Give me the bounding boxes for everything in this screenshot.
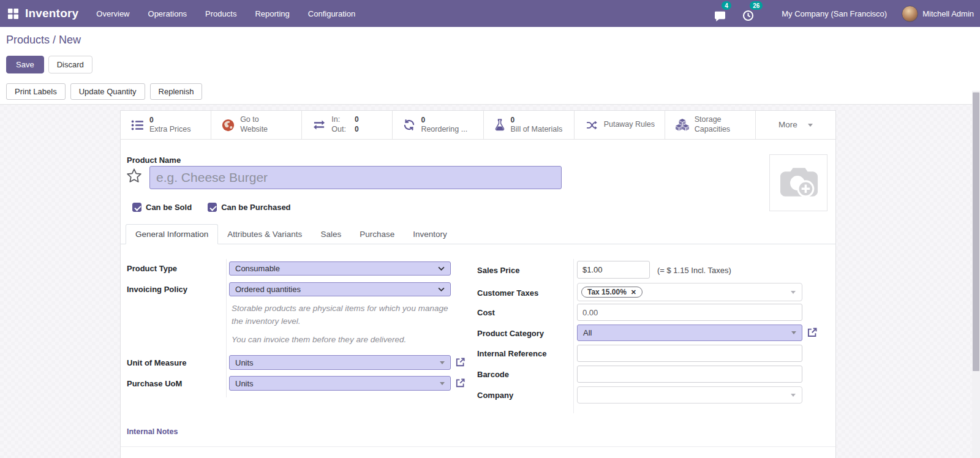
tax-tag: Tax 15.00% ✕ (581, 287, 643, 298)
chat-icon (714, 11, 726, 21)
purchase-uom-select[interactable]: Units (229, 376, 451, 391)
putaway-rules-stat-button[interactable]: Putaway Rules (575, 111, 665, 139)
product-name-input[interactable] (149, 166, 562, 189)
nav-menu-reporting[interactable]: Reporting (246, 1, 298, 27)
product-category-select[interactable]: All (577, 325, 802, 341)
exchange-arrows-icon (312, 119, 326, 130)
extra-prices-stat-button[interactable]: 0 Extra Prices (121, 111, 211, 139)
camera-plus-icon (778, 165, 820, 201)
invoicing-policy-select[interactable]: Ordered quantities (229, 282, 451, 296)
tab-attributes-variants[interactable]: Attributes & Variants (218, 225, 311, 244)
tab-sales[interactable]: Sales (311, 225, 350, 244)
sales-price-input[interactable] (577, 261, 650, 279)
nav-menu-operations[interactable]: Operations (139, 1, 197, 27)
purchase-uom-external-link-icon[interactable] (455, 378, 466, 388)
extra-prices-label: Extra Prices (149, 125, 190, 135)
more-stat-button[interactable]: More (756, 111, 835, 139)
uom-external-link-icon[interactable] (455, 357, 466, 367)
purchase-uom-value: Units (235, 379, 254, 388)
tab-general-information[interactable]: General Information (126, 224, 218, 244)
internal-reference-input[interactable] (577, 345, 802, 362)
product-type-value: Consumable (235, 264, 280, 273)
cost-label: Cost (477, 308, 495, 317)
internal-notes-label: Internal Notes (127, 427, 178, 436)
product-category-label: Product Category (477, 329, 544, 338)
cost-input[interactable] (577, 304, 802, 321)
activities-button[interactable]: 26 (742, 6, 758, 21)
avatar[interactable] (902, 6, 918, 22)
print-labels-button[interactable]: Print Labels (6, 83, 66, 100)
left-column-separator (226, 259, 227, 397)
right-column-separator (573, 259, 574, 413)
can-be-purchased-label: Can be Purchased (221, 203, 290, 212)
chevron-down-icon (808, 124, 813, 127)
reordering-count: 0 (421, 116, 467, 125)
apps-menu-icon[interactable] (0, 8, 25, 20)
in-value: 0 (355, 115, 359, 125)
app-name[interactable]: Inventory (25, 7, 78, 20)
pricelist-icon (131, 119, 144, 131)
breadcrumb: Products / New (6, 34, 81, 47)
update-quantity-button[interactable]: Update Quantity (70, 83, 145, 100)
go-to-website-stat-button[interactable]: Go to Website (211, 111, 302, 139)
dropdown-caret-icon (791, 394, 796, 397)
scrollbar-thumb[interactable] (973, 92, 979, 371)
breadcrumb-products-link[interactable]: Products (6, 34, 50, 46)
nav-menu-overview[interactable]: Overview (87, 1, 138, 27)
shuffle-icon (585, 119, 598, 131)
favorite-star-icon[interactable] (126, 167, 143, 187)
company-switcher[interactable]: My Company (San Francisco) (782, 9, 887, 18)
tab-purchase[interactable]: Purchase (350, 225, 404, 244)
reordering-rules-stat-button[interactable]: 0 Reordering ... (393, 111, 483, 139)
sales-price-label: Sales Price (477, 266, 519, 275)
forecasted-inout-stat-button[interactable]: In: 0 Out: 0 (302, 111, 393, 139)
select-caret-icon (438, 287, 445, 291)
messages-badge: 4 (722, 1, 731, 10)
invoicing-policy-label: Invoicing Policy (127, 285, 187, 294)
help-text-invoice: You can invoice them before they are del… (232, 334, 450, 347)
in-label: In: (331, 115, 346, 125)
dropdown-caret-icon (791, 331, 796, 334)
uom-label: Unit of Measure (127, 358, 187, 367)
clock-icon (742, 10, 754, 21)
product-type-select[interactable]: Consumable (229, 261, 451, 276)
tab-inventory[interactable]: Inventory (404, 225, 456, 244)
control-panel: Products / New Save Discard Print Labels… (0, 27, 980, 105)
messages-button[interactable]: 4 (714, 6, 730, 21)
can-be-sold-checkbox[interactable] (132, 203, 141, 212)
replenish-button[interactable]: Replenish (150, 83, 203, 100)
company-label: Company (477, 391, 513, 400)
customer-taxes-field[interactable]: Tax 15.00% ✕ (577, 283, 802, 301)
breadcrumb-current: New (59, 34, 81, 46)
product-type-label: Product Type (127, 264, 177, 273)
invoicing-policy-help: Storable products are physical items for… (232, 302, 450, 347)
tax-tag-label: Tax 15.00% (587, 288, 627, 296)
save-button[interactable]: Save (6, 56, 44, 73)
company-select[interactable] (577, 386, 802, 404)
uom-select[interactable]: Units (229, 355, 451, 370)
stat-button-row: 0 Extra Prices Go to Website In: 0 Out: … (121, 111, 835, 140)
product-category-external-link-icon[interactable] (807, 327, 817, 337)
can-be-purchased-checkbox[interactable] (208, 203, 217, 212)
select-caret-icon (438, 266, 445, 271)
dropdown-caret-icon (440, 361, 445, 364)
tax-tag-remove-icon[interactable]: ✕ (631, 288, 636, 296)
storage-capacities-stat-button[interactable]: Storage Capacities (665, 111, 756, 139)
vertical-scrollbar[interactable] (972, 91, 980, 458)
storage-line2: Capacities (695, 125, 730, 135)
bill-of-materials-stat-button[interactable]: 0 Bill of Materials (484, 111, 575, 139)
breadcrumb-separator: / (53, 34, 56, 46)
customer-taxes-label: Customer Taxes (477, 288, 538, 298)
purchase-uom-label: Purchase UoM (127, 379, 182, 388)
product-image-upload[interactable] (769, 154, 827, 211)
nav-menu-products[interactable]: Products (196, 1, 246, 27)
internal-notes-divider (121, 446, 835, 447)
go-to-website-line1: Go to (240, 115, 268, 125)
nav-menu-configuration[interactable]: Configuration (299, 1, 364, 27)
barcode-input[interactable] (577, 366, 802, 383)
bom-count: 0 (511, 116, 563, 125)
storage-line1: Storage (695, 115, 730, 125)
discard-button[interactable]: Discard (48, 56, 92, 73)
dropdown-caret-icon (440, 382, 445, 385)
user-menu[interactable]: Mitchell Admin (922, 9, 974, 18)
